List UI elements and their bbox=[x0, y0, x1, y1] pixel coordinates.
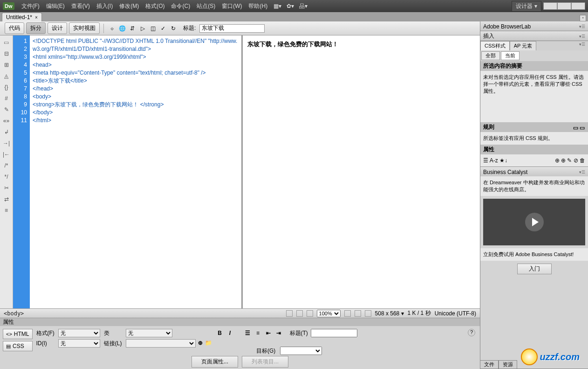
extend-icon[interactable]: ✿▾ bbox=[286, 2, 295, 10]
menu-help[interactable]: 帮助(H) bbox=[245, 2, 271, 10]
format-source-icon[interactable]: ≡ bbox=[2, 206, 11, 215]
select-parent-icon[interactable]: ◬ bbox=[2, 72, 11, 80]
code-view-button[interactable]: 代码 bbox=[5, 22, 24, 34]
select-tool-icon[interactable] bbox=[286, 310, 293, 317]
menu-commands[interactable]: 命令(C) bbox=[168, 2, 193, 10]
play-icon[interactable] bbox=[525, 213, 544, 231]
menu-view[interactable]: 查看(V) bbox=[68, 2, 93, 10]
close-button[interactable]: ✕ bbox=[571, 2, 585, 10]
remove-comment-icon[interactable]: */ bbox=[2, 173, 11, 181]
file-management-icon[interactable]: ⇵ bbox=[128, 24, 137, 33]
target-select[interactable] bbox=[280, 347, 322, 355]
menu-file[interactable]: 文件(F) bbox=[18, 2, 43, 10]
minimize-button[interactable]: — bbox=[543, 2, 557, 10]
show-category-icon[interactable]: ☰ A-z ★↓ bbox=[483, 157, 507, 164]
line-numbers-icon[interactable]: # bbox=[2, 94, 11, 103]
rules-icon1[interactable]: ▭ bbox=[573, 125, 579, 130]
help-icon[interactable]: ? bbox=[468, 329, 475, 336]
title-input[interactable] bbox=[199, 24, 265, 33]
hand-tool-icon[interactable] bbox=[296, 310, 303, 317]
format-select[interactable]: 无 bbox=[58, 329, 100, 337]
ol-icon[interactable]: ≡ bbox=[254, 329, 262, 337]
browserlab-panel-header[interactable]: Adobe BrowserLab▾☰ bbox=[480, 21, 588, 31]
insert-panel-header[interactable]: 插入▾☰ bbox=[480, 31, 588, 41]
code-editor[interactable]: <!DOCTYPE html PUBLIC "-//W3C//DTD XHTML… bbox=[30, 35, 241, 308]
link-select[interactable] bbox=[126, 339, 196, 348]
code-pane[interactable]: 1234567891011 <!DOCTYPE html PUBLIC "-//… bbox=[13, 35, 242, 308]
outdent-icon[interactable]: |← bbox=[2, 150, 11, 159]
highlight-icon[interactable]: ✎ bbox=[2, 105, 11, 114]
device-icon[interactable] bbox=[355, 310, 361, 317]
browser-preview-icon[interactable]: 🌐 bbox=[118, 24, 126, 33]
link-point-icon[interactable]: ⊕ bbox=[197, 339, 204, 347]
page-properties-button[interactable]: 页面属性... bbox=[191, 356, 238, 368]
id-label: ID(I) bbox=[36, 340, 55, 347]
dimensions-label[interactable]: 508 x 568 ▾ bbox=[375, 310, 404, 317]
menu-window[interactable]: 窗口(W) bbox=[219, 2, 245, 10]
move-css-icon[interactable]: ⇄ bbox=[2, 195, 11, 203]
design-pane[interactable]: 东坡下载，绿色免费的下载网站！ bbox=[242, 35, 480, 308]
italic-icon[interactable]: I bbox=[226, 329, 234, 337]
bold-icon[interactable]: B bbox=[216, 329, 224, 337]
device2-icon[interactable] bbox=[365, 310, 371, 317]
open-documents-icon[interactable]: ▭ bbox=[2, 38, 11, 47]
expand-all-icon[interactable]: ⊞ bbox=[2, 61, 11, 69]
close-tab-icon[interactable]: × bbox=[35, 15, 38, 20]
recent-snippets-icon[interactable]: ✂ bbox=[2, 184, 11, 192]
rules-icon2[interactable]: ▭ bbox=[580, 125, 585, 130]
live-code-icon[interactable]: ⟐ bbox=[108, 24, 116, 33]
workspace-switcher[interactable]: 设计器 ▾ bbox=[512, 1, 541, 12]
window-size-icon[interactable] bbox=[344, 310, 351, 317]
menu-edit[interactable]: 编辑(E) bbox=[43, 2, 68, 10]
layout-icon[interactable]: ▦▾ bbox=[273, 2, 282, 10]
ap-elements-tab[interactable]: AP 元素 bbox=[510, 41, 537, 50]
properties-header[interactable]: 属性 bbox=[0, 318, 480, 326]
bc-text1: 在 Dreamweaver 中构建并发布商业网站和功能强大的在线商店。 bbox=[480, 176, 588, 196]
balance-braces-icon[interactable]: {} bbox=[2, 83, 11, 91]
visual-aids-icon[interactable]: ◫ bbox=[149, 24, 157, 33]
bc-video-thumbnail[interactable] bbox=[483, 199, 585, 245]
bc-panel-header[interactable]: Business Catalyst▾☰ bbox=[480, 167, 588, 176]
menu-format[interactable]: 格式(O) bbox=[142, 2, 168, 10]
design-view-button[interactable]: 设计 bbox=[48, 22, 67, 34]
live-view-button[interactable]: 实时视图 bbox=[69, 22, 100, 34]
menu-insert[interactable]: 插入(I) bbox=[93, 2, 116, 10]
preview-debug-icon[interactable]: ▷ bbox=[138, 24, 147, 33]
html-props-button[interactable]: <> HTML bbox=[3, 329, 33, 339]
attach-style-icon[interactable]: ⊕ ⊕ ✎ ⊘ 🗑 bbox=[555, 157, 585, 164]
split-view-button[interactable]: 拆分 bbox=[26, 22, 46, 34]
css-props-button[interactable]: ▤ CSS bbox=[3, 341, 33, 351]
refresh-icon[interactable]: ↻ bbox=[169, 24, 178, 33]
maximize-button[interactable]: □ bbox=[557, 2, 571, 10]
zoom-select[interactable]: 100% bbox=[317, 310, 341, 317]
title-attr-input[interactable] bbox=[311, 329, 357, 337]
tag-selector[interactable]: <body> bbox=[4, 310, 24, 317]
properties-panel: 属性 <> HTML ▤ CSS 格式(F) 无 类 无 ID(I) 无 链接(… bbox=[0, 318, 480, 369]
outdent-text-icon[interactable]: ⇤ bbox=[265, 329, 272, 337]
assets-tab[interactable]: 资源 bbox=[499, 360, 517, 369]
document-toolbar: 代码 拆分 设计 实时视图 ⟐ 🌐 ⇵ ▷ ◫ ✓ ↻ 标题: bbox=[0, 21, 480, 35]
restore-document-icon[interactable]: ▫ bbox=[580, 15, 586, 21]
menu-modify[interactable]: 修改(M) bbox=[116, 2, 142, 10]
apply-comment-icon[interactable]: /* bbox=[2, 161, 11, 170]
css-styles-tab[interactable]: CSS样式 bbox=[480, 41, 510, 50]
menu-site[interactable]: 站点(S) bbox=[193, 2, 219, 10]
css-current-button[interactable]: 当前 bbox=[501, 51, 520, 60]
collapse-icon[interactable]: ⊟ bbox=[2, 49, 11, 58]
design-content[interactable]: 东坡下载，绿色免费的下载网站！ bbox=[247, 41, 338, 48]
id-select[interactable]: 无 bbox=[58, 339, 100, 348]
document-tab[interactable]: Untitled-1* × bbox=[2, 13, 42, 21]
site-icon[interactable]: 品▾ bbox=[299, 2, 308, 10]
syntax-icon[interactable]: «» bbox=[2, 117, 11, 125]
css-all-button[interactable]: 全部 bbox=[481, 51, 500, 60]
link-browse-icon[interactable]: 📁 bbox=[205, 339, 212, 347]
ul-icon[interactable]: ☰ bbox=[244, 329, 252, 337]
zoom-tool-icon[interactable] bbox=[307, 310, 313, 317]
indent-text-icon[interactable]: ⇥ bbox=[275, 329, 282, 337]
indent-icon[interactable]: →| bbox=[2, 139, 11, 147]
bc-enter-button[interactable]: 入门 bbox=[517, 264, 552, 274]
class-select[interactable]: 无 bbox=[126, 329, 172, 337]
word-wrap-icon[interactable]: ↲ bbox=[2, 128, 11, 136]
files-tab[interactable]: 文件 bbox=[480, 360, 499, 369]
check-icon[interactable]: ✓ bbox=[159, 24, 167, 33]
